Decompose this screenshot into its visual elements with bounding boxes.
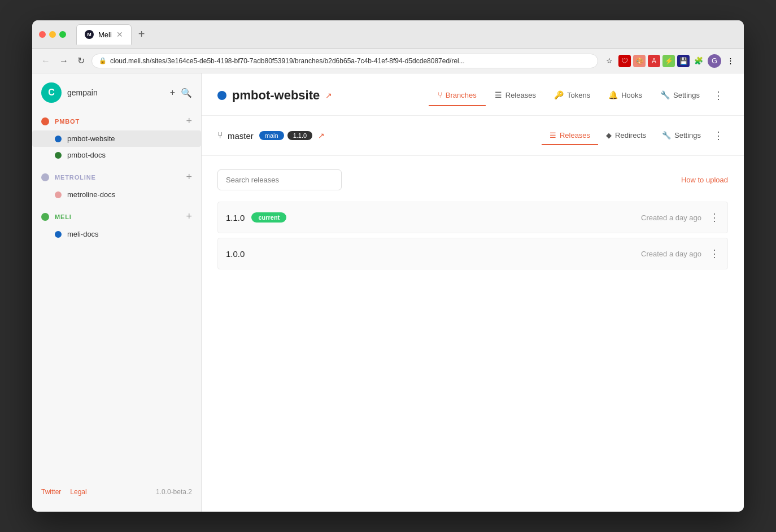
- branch-name: master: [228, 131, 254, 141]
- main-nav-hooks-label: Hooks: [621, 91, 642, 99]
- branch-nav-more-icon[interactable]: ⋮: [709, 124, 728, 147]
- main-title-row: pmbot-website ↗ ⑂ Branches ☰ Releases 🔑: [217, 84, 728, 107]
- site-name-pmbot-website: pmbot-website: [67, 134, 115, 143]
- branch-nav-settings[interactable]: 🔧 Settings: [654, 127, 709, 145]
- site-name-metroline-docs: metroline-docs: [67, 190, 115, 199]
- releases-nav-icon: ☰: [495, 90, 502, 99]
- version-label: 1.0.0-beta.2: [156, 488, 192, 496]
- release-more-icon-2[interactable]: ⋮: [709, 247, 720, 260]
- add-org-metroline-icon[interactable]: +: [186, 171, 192, 183]
- app-layout: C gempain + 🔍 PMBOT + pmbot-website: [32, 73, 744, 512]
- sidebar-item-metroline-docs[interactable]: metroline-docs: [32, 186, 201, 203]
- legal-link[interactable]: Legal: [70, 488, 86, 496]
- branch-external-link-icon[interactable]: ↗: [318, 131, 325, 140]
- main-nav-tokens[interactable]: 🔑 Tokens: [545, 85, 599, 106]
- hooks-nav-icon: 🔔: [608, 90, 618, 99]
- tab-close-icon[interactable]: ✕: [116, 30, 123, 39]
- main-nav-more-icon[interactable]: ⋮: [709, 84, 728, 107]
- sidebar: C gempain + 🔍 PMBOT + pmbot-website: [32, 73, 202, 512]
- badge-version: 1.1.0: [287, 131, 312, 140]
- org-name-metroline: METROLINE: [55, 174, 180, 181]
- tab-title: Meli: [98, 30, 112, 39]
- maximize-button[interactable]: [59, 31, 66, 38]
- branch-nav-redirects[interactable]: ◆ Redirects: [598, 127, 654, 145]
- url-text: cloud.meli.sh/sites/3e164ce5-de5b-4198-b…: [110, 57, 591, 65]
- address-bar: ← → ↻ 🔒 cloud.meli.sh/sites/3e164ce5-de5…: [32, 49, 744, 73]
- branches-nav-icon: ⑂: [438, 90, 442, 99]
- site-title-dot: [217, 91, 226, 100]
- sidebar-item-pmbot-website[interactable]: pmbot-website: [32, 130, 201, 147]
- main-nav: ⑂ Branches ☰ Releases 🔑 Tokens 🔔: [429, 84, 728, 107]
- sidebar-actions: + 🔍: [170, 88, 192, 98]
- tab-area: M Meli ✕ +: [76, 24, 149, 45]
- traffic-lights: [39, 31, 66, 38]
- search-input[interactable]: [217, 169, 342, 190]
- extension-a-icon[interactable]: A: [648, 55, 660, 67]
- org-section-metroline: METROLINE + metroline-docs: [32, 168, 201, 203]
- branch-bar: ⑂ master main 1.1.0 ↗ ☰ Releases ◆ Redir…: [202, 116, 744, 156]
- sidebar-footer: Twitter Legal 1.0.0-beta.2: [32, 481, 201, 503]
- minimize-button[interactable]: [49, 31, 56, 38]
- badge-main: main: [259, 131, 284, 140]
- close-button[interactable]: [39, 31, 46, 38]
- twitter-link[interactable]: Twitter: [41, 488, 61, 496]
- org-header-meli[interactable]: MELI +: [32, 207, 201, 226]
- back-button[interactable]: ←: [39, 54, 53, 68]
- extensions-puzzle-icon[interactable]: 🧩: [692, 54, 705, 68]
- site-dot-meli-docs: [55, 231, 62, 238]
- main-nav-hooks[interactable]: 🔔 Hooks: [599, 85, 651, 106]
- site-dot-metroline-docs: [55, 191, 62, 198]
- star-icon[interactable]: ☆: [603, 54, 616, 68]
- table-row: 1.0.0 Created a day ago ⋮: [217, 238, 728, 269]
- sidebar-item-meli-docs[interactable]: meli-docs: [32, 226, 201, 242]
- search-icon[interactable]: 🔍: [181, 88, 192, 98]
- main-nav-branches-label: Branches: [446, 91, 477, 99]
- org-name-meli: MELI: [55, 213, 180, 220]
- main-nav-tokens-label: Tokens: [567, 91, 590, 99]
- how-to-upload-link[interactable]: How to upload: [681, 176, 728, 184]
- branch-redirects-label: Redirects: [615, 131, 646, 139]
- org-dot-metroline: [41, 173, 49, 181]
- branch-settings-label: Settings: [674, 131, 701, 139]
- reload-button[interactable]: ↻: [75, 53, 87, 68]
- extension-shield-icon[interactable]: 🛡: [618, 55, 631, 67]
- lock-icon: 🔒: [99, 57, 107, 64]
- release-version-2: 1.0.0: [226, 249, 245, 259]
- branch-nav-releases[interactable]: ☰ Releases: [542, 127, 598, 145]
- site-name-pmbot-docs: pmbot-docs: [67, 151, 106, 159]
- branch-settings-icon: 🔧: [662, 131, 671, 139]
- forward-button[interactable]: →: [57, 54, 71, 68]
- add-site-icon[interactable]: +: [170, 88, 175, 98]
- org-header-pmbot[interactable]: PMBOT +: [32, 112, 201, 130]
- more-options-icon[interactable]: ⋮: [723, 54, 737, 68]
- new-tab-button[interactable]: +: [135, 28, 149, 41]
- site-title: pmbot-website: [232, 88, 320, 103]
- org-name-pmbot: PMBOT: [55, 118, 180, 125]
- releases-list: 1.1.0 current Created a day ago ⋮ 1.0.0 …: [217, 202, 728, 274]
- add-org-meli-icon[interactable]: +: [186, 211, 192, 223]
- tab-favicon: M: [85, 30, 94, 39]
- settings-nav-icon: 🔧: [660, 90, 670, 99]
- branch-releases-label: Releases: [560, 131, 590, 139]
- sidebar-item-pmbot-docs[interactable]: pmbot-docs: [32, 147, 201, 163]
- release-more-icon-1[interactable]: ⋮: [709, 211, 720, 224]
- active-tab[interactable]: M Meli ✕: [76, 24, 132, 45]
- main-nav-releases[interactable]: ☰ Releases: [486, 85, 545, 106]
- add-org-pmbot-icon[interactable]: +: [186, 115, 192, 127]
- content-area: How to upload 1.1.0 current Created a da…: [202, 156, 744, 512]
- branch-releases-icon: ☰: [550, 131, 556, 139]
- branch-nav: ☰ Releases ◆ Redirects 🔧 Settings ⋮: [542, 124, 728, 147]
- main-nav-branches[interactable]: ⑂ Branches: [429, 85, 486, 106]
- main-nav-settings[interactable]: 🔧 Settings: [651, 85, 709, 106]
- extension-save-icon[interactable]: 💾: [677, 55, 690, 67]
- user-avatar-icon[interactable]: G: [708, 54, 721, 68]
- extension-theme-icon[interactable]: 🎨: [633, 55, 646, 67]
- site-external-link-icon[interactable]: ↗: [325, 91, 332, 100]
- url-bar[interactable]: 🔒 cloud.meli.sh/sites/3e164ce5-de5b-4198…: [91, 54, 598, 68]
- org-header-metroline[interactable]: METROLINE +: [32, 168, 201, 186]
- site-dot-pmbot-website: [55, 136, 62, 142]
- title-bar: M Meli ✕ +: [32, 20, 744, 49]
- search-row: How to upload: [217, 169, 728, 190]
- extension-venom-icon[interactable]: ⚡: [662, 55, 675, 67]
- release-created-2: Created a day ago: [641, 250, 701, 258]
